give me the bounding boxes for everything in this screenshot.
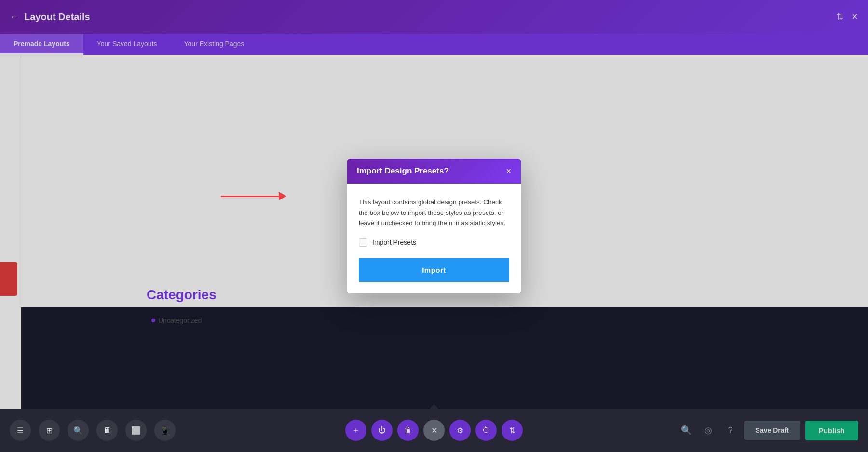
modal-close-button[interactable]: × [506, 167, 511, 175]
modal-header: Import Design Presets? × [347, 159, 521, 184]
import-presets-label: Import Presets [372, 239, 416, 246]
arrow-line [221, 196, 279, 197]
modal-title: Import Design Presets? [357, 166, 449, 176]
import-presets-modal: Import Design Presets? × This layout con… [347, 159, 521, 293]
annotation-arrow [221, 192, 286, 200]
arrow-head [279, 192, 286, 200]
import-presets-checkbox[interactable] [359, 238, 367, 247]
modal-description: This layout contains global design prese… [359, 197, 509, 228]
import-presets-row: Import Presets [359, 238, 509, 247]
import-button[interactable]: Import [359, 258, 509, 282]
modal-overlay: Import Design Presets? × This layout con… [0, 0, 868, 452]
modal-body: This layout contains global design prese… [347, 184, 521, 293]
